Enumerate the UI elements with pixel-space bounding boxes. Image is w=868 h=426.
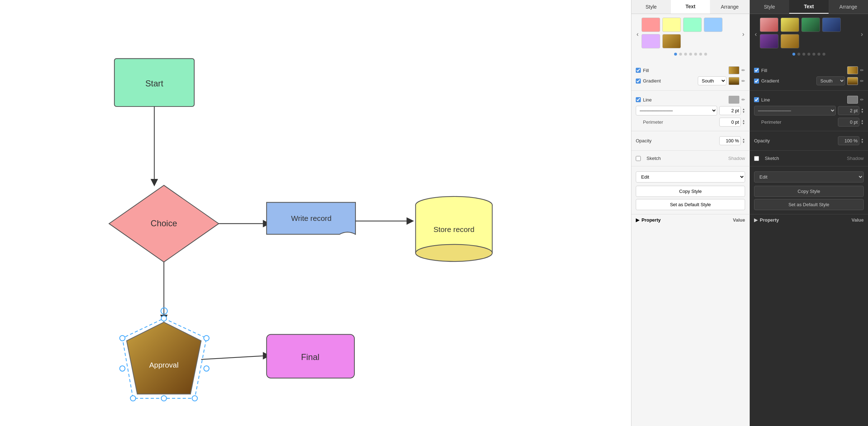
swatch-purple-dark[interactable] xyxy=(760,34,778,48)
gradient-checkbox-light[interactable] xyxy=(636,79,641,84)
swatch-green-dark[interactable] xyxy=(801,18,820,32)
svg-text:Approval: Approval xyxy=(149,361,178,369)
line-edit-icon-dark[interactable]: ✏ xyxy=(860,97,864,102)
dot-2-dark[interactable] xyxy=(797,53,800,56)
sketch-checkbox-dark[interactable] xyxy=(754,156,759,161)
property-header-light[interactable]: ▶ Property Value xyxy=(631,214,749,226)
fill-label-dark: Fill xyxy=(761,68,845,73)
tab-text-light[interactable]: Text xyxy=(671,0,710,14)
swatch-pink-dark[interactable] xyxy=(760,18,778,32)
gradient-edit-icon-light[interactable]: ✏ xyxy=(741,79,745,84)
perimeter-down-dark[interactable]: ▼ xyxy=(861,122,864,125)
opacity-input-dark[interactable] xyxy=(838,136,859,145)
fill-edit-icon-light[interactable]: ✏ xyxy=(741,68,745,73)
line-label-light: Line xyxy=(643,97,726,103)
sketch-checkbox-light[interactable] xyxy=(636,156,641,161)
fill-row-dark: Fill ✏ xyxy=(754,66,864,74)
tab-arrange-dark[interactable]: Arrange xyxy=(829,0,868,14)
dot-3-light[interactable] xyxy=(684,53,687,56)
sketch-label-light: Sketch xyxy=(647,156,722,161)
swatch-yellow-light[interactable] xyxy=(662,18,681,32)
fill-edit-icon-dark[interactable]: ✏ xyxy=(860,68,864,73)
gradient-edit-icon-dark[interactable]: ✏ xyxy=(860,79,864,84)
edit-dropdown-dark[interactable]: Edit xyxy=(754,171,864,183)
swatch-green-light[interactable] xyxy=(683,18,702,32)
opacity-input-light[interactable] xyxy=(719,136,741,145)
opacity-spinner-dark: ▲ ▼ xyxy=(861,138,864,144)
swatches-nav-light: ‹ › xyxy=(635,18,746,51)
canvas[interactable]: Start Choice Write record Store record xyxy=(0,0,631,426)
default-style-btn-dark[interactable]: Set as Default Style xyxy=(754,199,864,210)
swatch-pink-light[interactable] xyxy=(642,18,660,32)
swatch-blue-light[interactable] xyxy=(704,18,722,32)
edit-dropdown-light[interactable]: Edit xyxy=(636,171,745,183)
swatches-prev-dark[interactable]: ‹ xyxy=(753,30,758,38)
svg-point-27 xyxy=(204,366,209,371)
dot-6-light[interactable] xyxy=(699,53,702,56)
opacity-section-light: Opacity ▲ ▼ xyxy=(631,131,749,151)
opacity-down-dark[interactable]: ▼ xyxy=(861,141,864,144)
default-style-btn-light[interactable]: Set as Default Style xyxy=(636,199,745,210)
dot-7-light[interactable] xyxy=(704,53,707,56)
swatch-gold-light[interactable] xyxy=(662,34,681,48)
dot-5-dark[interactable] xyxy=(812,53,815,56)
dot-3-dark[interactable] xyxy=(802,53,805,56)
line-style-select-light[interactable]: ────────── - - - - - · · · · · xyxy=(636,106,717,115)
line-color-light[interactable] xyxy=(729,96,739,104)
perimeter-input-dark[interactable] xyxy=(838,118,859,127)
dot-2-light[interactable] xyxy=(679,53,682,56)
tab-arrange-light[interactable]: Arrange xyxy=(710,0,749,14)
panel-light-tabs: Style Text Arrange xyxy=(631,0,749,14)
line-pt-input-dark[interactable] xyxy=(838,106,859,115)
perimeter-input-light[interactable] xyxy=(719,118,741,127)
gradient-color-light[interactable] xyxy=(729,77,739,85)
copy-style-btn-dark[interactable]: Copy Style xyxy=(754,186,864,197)
dot-7-dark[interactable] xyxy=(822,53,825,56)
line-checkbox-light[interactable] xyxy=(636,97,641,102)
fill-row-light: Fill ✏ xyxy=(636,66,745,74)
fill-checkbox-dark[interactable] xyxy=(754,68,759,73)
dot-4-dark[interactable] xyxy=(807,53,810,56)
dot-5-light[interactable] xyxy=(694,53,697,56)
property-label-dark: Property xyxy=(760,217,779,223)
svg-line-30 xyxy=(201,356,267,359)
tab-style-light[interactable]: Style xyxy=(631,0,671,14)
perimeter-label-dark: Perimeter xyxy=(761,119,836,125)
line-pt-down-dark[interactable]: ▼ xyxy=(861,111,864,114)
fill-checkbox-light[interactable] xyxy=(636,68,641,73)
line-style-select-dark[interactable]: ────────── - - - - - xyxy=(754,106,836,115)
swatches-next-dark[interactable]: › xyxy=(859,30,864,38)
dot-1-dark[interactable] xyxy=(792,53,795,56)
fill-color-dark[interactable] xyxy=(847,66,858,74)
line-section-light: Line ✏ ────────── - - - - - · · · · · ▲ … xyxy=(631,91,749,131)
swatch-yellow-dark[interactable] xyxy=(781,18,799,32)
dot-4-light[interactable] xyxy=(689,53,692,56)
line-color-dark[interactable] xyxy=(847,96,858,104)
perimeter-down-light[interactable]: ▼ xyxy=(742,122,745,125)
dot-1-light[interactable] xyxy=(674,53,677,56)
svg-point-25 xyxy=(130,396,136,401)
line-pt-down-light[interactable]: ▼ xyxy=(742,111,745,114)
dot-6-dark[interactable] xyxy=(817,53,820,56)
line-pt-input-light[interactable] xyxy=(719,106,741,115)
fill-color-light[interactable] xyxy=(729,66,739,74)
gradient-label-light: Gradient xyxy=(643,78,696,84)
gradient-checkbox-dark[interactable] xyxy=(754,79,759,84)
swatch-gold-dark[interactable] xyxy=(781,34,799,48)
line-edit-icon-light[interactable]: ✏ xyxy=(741,97,745,102)
swatches-next-light[interactable]: › xyxy=(741,30,746,38)
swatch-navy-dark[interactable] xyxy=(822,18,841,32)
gradient-row-dark: Gradient South North East West ✏ xyxy=(754,76,864,85)
opacity-down-light[interactable]: ▼ xyxy=(742,141,745,144)
panel-dark: Style Text Arrange ‹ xyxy=(750,0,868,426)
swatches-prev-light[interactable]: ‹ xyxy=(635,30,640,38)
copy-style-btn-light[interactable]: Copy Style xyxy=(636,186,745,197)
property-header-dark[interactable]: ▶ Property Value xyxy=(750,214,868,226)
swatch-lavender-light[interactable] xyxy=(642,34,660,48)
tab-text-dark[interactable]: Text xyxy=(789,0,829,14)
tab-style-dark[interactable]: Style xyxy=(750,0,789,14)
gradient-color-dark[interactable] xyxy=(847,77,858,85)
line-checkbox-dark[interactable] xyxy=(754,97,759,102)
gradient-direction-light[interactable]: South North East West xyxy=(698,76,726,85)
gradient-direction-dark[interactable]: South North East West xyxy=(816,76,845,85)
